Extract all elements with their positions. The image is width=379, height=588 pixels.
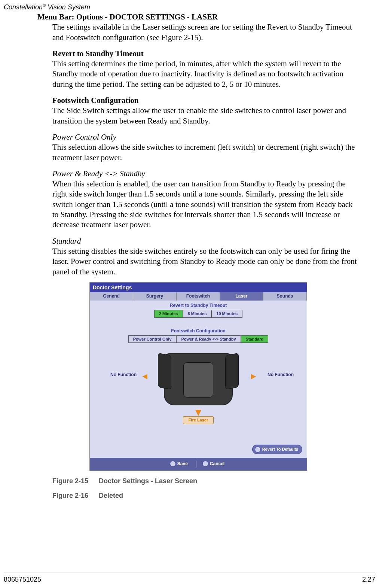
- subhead-standard: Standard: [52, 236, 359, 246]
- page-header: Constellation® Vision System: [4, 3, 90, 11]
- page-content: Menu Bar: Options - DOCTOR SETTINGS - LA…: [37, 12, 359, 500]
- tab-footswitch[interactable]: Footswitch: [177, 292, 220, 301]
- doc-number: 8065751025: [4, 576, 41, 584]
- paragraph-standard: This setting disables the side switches …: [52, 246, 359, 277]
- option-5-minutes[interactable]: 5 Minutes: [183, 310, 212, 317]
- label-right-no-function: No Function: [268, 372, 294, 378]
- section-title: Menu Bar: Options - DOCTOR SETTINGS - LA…: [37, 12, 359, 22]
- footer-separator: [196, 461, 196, 467]
- footswitch-diagram: No Function ◀ ▶ No Function ▼ Fire Laser: [90, 350, 307, 436]
- intro-paragraph: The settings available in the Laser sett…: [52, 22, 359, 43]
- figure-number: Figure 2-15: [52, 477, 88, 485]
- brand-suffix: Vision System: [46, 3, 90, 11]
- heading-footswitch-config: Footswitch Configuration: [52, 95, 359, 106]
- figure-number: Figure 2-16: [52, 491, 88, 500]
- dialog-title: Doctor Settings: [90, 283, 307, 292]
- pedal-center: [183, 362, 213, 397]
- tab-general[interactable]: General: [90, 292, 133, 301]
- label-footswitch-config: Footswitch Configuration: [90, 326, 307, 334]
- figure-title: Deleted: [99, 491, 123, 500]
- paragraph-power-ready-standby: When this selection is enabled, the user…: [52, 179, 359, 230]
- tab-row: General Surgery Footswitch Laser Sounds: [90, 292, 307, 301]
- label-fire-laser: Fire Laser: [183, 416, 214, 424]
- figure-doctor-settings: Doctor Settings General Surgery Footswit…: [89, 282, 307, 471]
- dialog-body: Revert to Standby Timeout 2 Minutes 5 Mi…: [90, 301, 307, 458]
- footswitch-icon: [164, 353, 233, 405]
- brand-name: Constellation: [4, 3, 43, 11]
- revert-to-defaults-button[interactable]: Revert To Defaults: [252, 445, 302, 454]
- option-power-ready-standby[interactable]: Power & Ready <-> Standby: [176, 335, 241, 343]
- paragraph-power-control-only: This selection allows the side switches …: [52, 142, 359, 163]
- footer-rule: [4, 573, 375, 573]
- figure-caption-2-15: Figure 2-15 Doctor Settings - Laser Scre…: [52, 474, 359, 485]
- arrow-right-icon: ▶: [251, 372, 256, 381]
- registered-mark: ®: [43, 3, 46, 7]
- option-10-minutes[interactable]: 10 Minutes: [211, 310, 242, 317]
- dialog-footer: Save Cancel: [90, 458, 307, 470]
- tab-sounds[interactable]: Sounds: [263, 292, 307, 301]
- tab-surgery[interactable]: Surgery: [133, 292, 177, 301]
- subhead-power-ready-standby: Power & Ready <-> Standby: [52, 169, 359, 179]
- figure-caption-2-16: Figure 2-16 Deleted: [52, 488, 359, 500]
- label-revert-timeout: Revert to Standby Timeout: [90, 301, 307, 309]
- figure-title: Doctor Settings - Laser Screen: [99, 477, 197, 485]
- page-number: 2.27: [362, 576, 375, 584]
- segmented-revert-timeout: 2 Minutes 5 Minutes 10 Minutes: [90, 310, 307, 317]
- paragraph-revert-timeout: This setting determines the time period,…: [52, 59, 359, 89]
- label-left-no-function: No Function: [110, 372, 137, 378]
- subhead-power-control-only: Power Control Only: [52, 132, 359, 142]
- arrow-left-icon: ◀: [142, 372, 147, 381]
- option-2-minutes[interactable]: 2 Minutes: [154, 310, 183, 317]
- cancel-button[interactable]: Cancel: [201, 460, 228, 468]
- paragraph-footswitch-config: The Side Switch settings allow the user …: [52, 106, 359, 126]
- tab-laser[interactable]: Laser: [220, 292, 263, 301]
- option-standard[interactable]: Standard: [241, 335, 269, 343]
- segmented-footswitch-config: Power Control Only Power & Ready <-> Sta…: [90, 335, 307, 343]
- save-button[interactable]: Save: [168, 460, 192, 468]
- heading-revert-timeout: Revert to Standby Timeout: [52, 49, 359, 59]
- option-power-control-only[interactable]: Power Control Only: [128, 335, 177, 343]
